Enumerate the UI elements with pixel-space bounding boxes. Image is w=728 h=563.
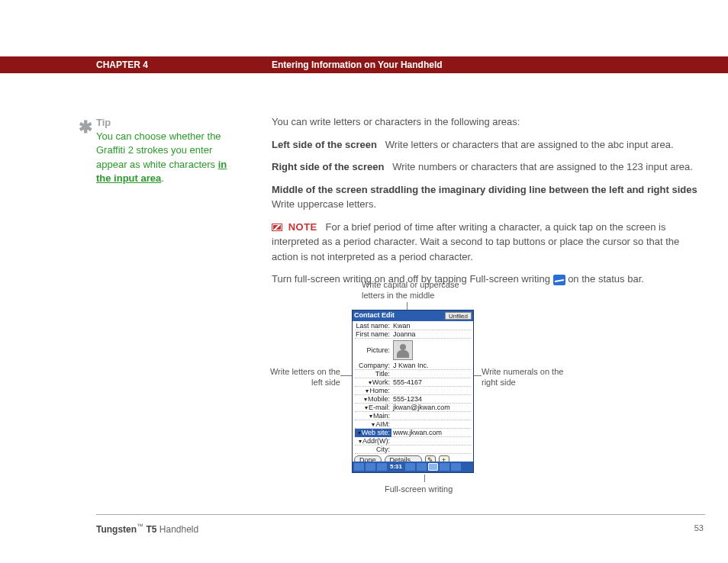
field-label: Picture:: [355, 346, 391, 355]
tip-text-after: .: [161, 172, 164, 184]
status-time: 5:31: [388, 462, 404, 471]
field-value: jkwan@jkwan.com: [391, 404, 471, 412]
field-label: First name:: [355, 330, 391, 339]
field-label: Main:: [355, 412, 391, 420]
field-label: Home:: [355, 387, 391, 395]
field-label: AIM:: [355, 420, 391, 429]
field-label: E-mail:: [355, 404, 391, 412]
avatar-icon: [393, 340, 413, 360]
field-label: Last name:: [355, 322, 391, 330]
device-titlebar: Contact Edit Unfiled: [353, 310, 473, 321]
tip-label: Tip: [96, 117, 111, 128]
field-label: Company:: [355, 362, 391, 370]
bt-icon: [417, 463, 427, 471]
tip-text: You can choose whether the Graffiti 2 st…: [96, 130, 221, 169]
leader-line: [474, 375, 482, 376]
callout-bottom: Full-screen writing: [385, 484, 476, 494]
middle-para: Middle of the screen straddling the imag…: [272, 182, 699, 212]
footer-rule: [96, 514, 705, 515]
alert-icon: [440, 463, 449, 471]
callout-right: Write numerals on the right side: [482, 366, 565, 388]
field-label: Work:: [355, 378, 391, 387]
field-value: www.jkwan.com: [391, 429, 471, 437]
find-icon: [366, 463, 375, 471]
field-value: 555-4167: [391, 378, 471, 387]
sys-icon: [405, 463, 415, 471]
field-value: 555-1234: [391, 395, 471, 404]
callout-top: Write capital or uppercase letters in th…: [362, 279, 461, 301]
device-category: Unfiled: [445, 312, 472, 320]
leader-line: [407, 302, 407, 310]
right-side-para: Right side of the screen Write numbers o…: [272, 159, 699, 175]
field-label: Addr(W):: [355, 437, 391, 446]
tip-asterisk-icon: ✱: [79, 114, 92, 140]
input-icon: [451, 463, 461, 471]
leader-line: [424, 475, 425, 482]
field-value: Joanna: [391, 330, 471, 339]
field-label-selected: Web site:: [355, 429, 391, 437]
chapter-header: CHAPTER 4 Entering Information on Your H…: [0, 56, 728, 73]
figure-area: Write capital or uppercase letters in th…: [272, 275, 699, 496]
device-screenshot: Contact Edit Unfiled Last name:Kwan Firs…: [352, 310, 474, 473]
field-label: City:: [355, 446, 391, 454]
note-label: NOTE: [288, 221, 317, 233]
page-number: 53: [694, 522, 704, 535]
footer-text: Tungsten™ T5 Handheld: [96, 522, 198, 536]
device-status-bar: 5:31: [353, 462, 473, 472]
chapter-label: CHAPTER 4: [96, 58, 148, 72]
tip-block: Tip You can choose whether the Graffiti …: [96, 116, 234, 185]
device-title: Contact Edit: [354, 310, 395, 321]
field-label: Title:: [355, 370, 391, 378]
intro-para: You can write letters or characters in t…: [272, 114, 699, 130]
field-label: Mobile:: [355, 395, 391, 404]
callout-left: Write letters on the left side: [268, 366, 340, 388]
menu-icon: [377, 463, 387, 471]
main-content: You can write letters or characters in t…: [272, 114, 699, 294]
left-side-para: Left side of the screen Write letters or…: [272, 137, 699, 153]
field-value: J Kwan Inc.: [391, 362, 471, 370]
home-icon: [354, 463, 364, 471]
note-flag-icon: [272, 224, 282, 231]
field-value: Kwan: [391, 322, 471, 330]
chapter-title: Entering Information on Your Handheld: [272, 58, 443, 72]
fullscreen-writing-status-icon: [428, 463, 438, 471]
note-para: NOTE For a brief period of time after wr…: [272, 220, 699, 265]
